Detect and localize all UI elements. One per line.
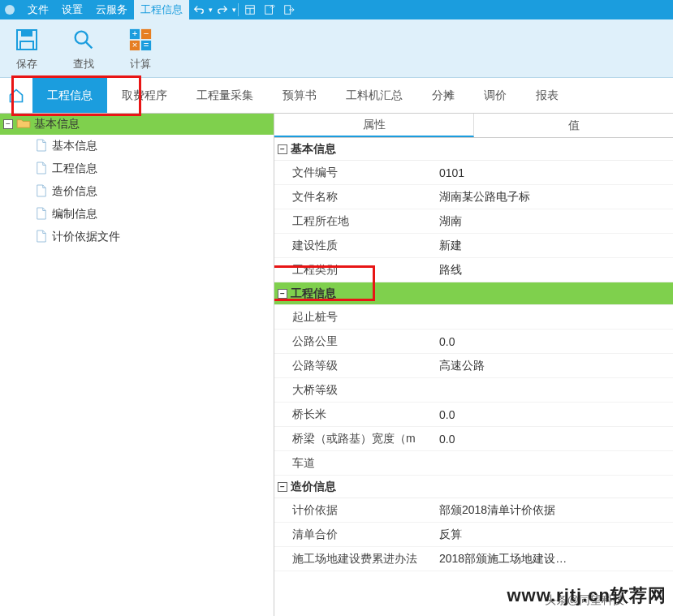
svg-text:−: − bbox=[144, 28, 149, 38]
property-row[interactable]: 文件编号0101 bbox=[274, 161, 673, 185]
menubar: 文件 设置 云服务 工程信息 ▾ ▾ bbox=[0, 0, 673, 19]
svg-text:×: × bbox=[132, 40, 138, 50]
tab-budget[interactable]: 预算书 bbox=[268, 78, 331, 113]
file-icon bbox=[36, 230, 47, 245]
property-name: 工程所在地 bbox=[274, 214, 433, 229]
property-row[interactable]: 公路等级高速公路 bbox=[274, 354, 673, 378]
property-value[interactable]: 湖南某公路电子标 bbox=[433, 190, 673, 205]
collapse-icon[interactable]: − bbox=[278, 289, 287, 299]
property-value[interactable]: 反算 bbox=[433, 528, 673, 542]
edit-icon[interactable] bbox=[260, 0, 279, 19]
property-name: 大桥等级 bbox=[274, 383, 433, 398]
tree-item[interactable]: 计价依据文件 bbox=[0, 226, 274, 248]
menu-project-info[interactable]: 工程信息 bbox=[134, 0, 189, 19]
svg-text:=: = bbox=[144, 40, 149, 50]
property-value[interactable]: 路线 bbox=[433, 263, 673, 278]
property-row[interactable]: 计价依据部颁2018清单计价依据 bbox=[274, 498, 673, 523]
calculator-icon[interactable] bbox=[240, 0, 260, 19]
property-name: 建设性质 bbox=[274, 239, 433, 253]
col-attribute[interactable]: 属性 bbox=[274, 114, 474, 137]
exit-icon[interactable] bbox=[279, 0, 299, 19]
group-row[interactable]: −基本信息 bbox=[274, 138, 673, 161]
group-row[interactable]: −工程信息 bbox=[274, 282, 673, 305]
property-value[interactable]: 高速公路 bbox=[433, 359, 673, 373]
property-value[interactable]: 湖南 bbox=[433, 214, 673, 229]
property-row[interactable]: 清单合价反算 bbox=[274, 523, 673, 547]
tree-root[interactable]: − 基本信息 bbox=[0, 114, 274, 135]
search-icon bbox=[70, 26, 97, 54]
property-value[interactable]: 0.0 bbox=[433, 433, 673, 446]
col-value[interactable]: 值 bbox=[474, 114, 673, 137]
collapse-icon[interactable]: − bbox=[278, 482, 287, 492]
file-icon bbox=[36, 207, 47, 222]
tab-report[interactable]: 报表 bbox=[521, 78, 573, 113]
tab-fee-program[interactable]: 取费程序 bbox=[107, 78, 182, 113]
property-row[interactable]: 桥梁（或路基）宽度（m0.0 bbox=[274, 427, 673, 451]
save-button[interactable]: 保存 bbox=[8, 23, 45, 75]
tree-panel: − 基本信息 基本信息工程信息造价信息编制信息计价依据文件 bbox=[0, 114, 274, 616]
property-name: 计价依据 bbox=[274, 503, 433, 518]
property-row[interactable]: 建设性质新建 bbox=[274, 234, 673, 258]
search-button[interactable]: 查找 bbox=[65, 23, 102, 75]
svg-rect-8 bbox=[20, 41, 33, 50]
property-name: 起止桩号 bbox=[274, 310, 433, 325]
tab-project-info[interactable]: 工程信息 bbox=[32, 78, 107, 113]
tree-item[interactable]: 基本信息 bbox=[0, 135, 274, 157]
nav-tabs: 工程信息 取费程序 工程量采集 预算书 工料机汇总 分摊 调价 报表 bbox=[0, 78, 673, 114]
tab-quantity[interactable]: 工程量采集 bbox=[182, 78, 268, 113]
undo-button[interactable] bbox=[189, 0, 209, 19]
search-label: 查找 bbox=[73, 57, 94, 71]
tree-root-label: 基本信息 bbox=[34, 117, 80, 131]
tree-item[interactable]: 工程信息 bbox=[0, 157, 274, 180]
menu-file[interactable]: 文件 bbox=[21, 0, 55, 19]
svg-point-9 bbox=[75, 31, 88, 43]
svg-line-10 bbox=[86, 41, 93, 48]
calc-label: 计算 bbox=[130, 57, 151, 71]
property-name: 公路等级 bbox=[274, 359, 433, 373]
tab-material[interactable]: 工料机汇总 bbox=[331, 78, 417, 113]
redo-button[interactable] bbox=[213, 0, 232, 19]
menu-settings[interactable]: 设置 bbox=[55, 0, 89, 19]
property-row[interactable]: 大桥等级 bbox=[274, 378, 673, 403]
property-row[interactable]: 桥长米0.0 bbox=[274, 403, 673, 427]
group-row[interactable]: −造价信息 bbox=[274, 476, 673, 498]
property-row[interactable]: 公路公里0.0 bbox=[274, 330, 673, 354]
property-name: 公路公里 bbox=[274, 334, 433, 349]
group-label: 基本信息 bbox=[291, 142, 336, 157]
tree-item-label: 基本信息 bbox=[52, 139, 97, 153]
property-row[interactable]: 车道 bbox=[274, 451, 673, 476]
property-value[interactable]: 新建 bbox=[433, 239, 673, 253]
property-row[interactable]: 文件名称湖南某公路电子标 bbox=[274, 185, 673, 209]
calc-button[interactable]: + − × = 计算 bbox=[122, 23, 159, 75]
tab-price-adjust[interactable]: 调价 bbox=[469, 78, 521, 113]
property-value[interactable]: 0101 bbox=[433, 166, 673, 179]
tree-item[interactable]: 编制信息 bbox=[0, 203, 274, 226]
menu-cloud[interactable]: 云服务 bbox=[89, 0, 134, 19]
property-row[interactable]: 起止桩号 bbox=[274, 305, 673, 330]
property-row[interactable]: 工程类别路线 bbox=[274, 258, 673, 282]
property-panel: 属性 值 −基本信息文件编号0101文件名称湖南某公路电子标工程所在地湖南建设性… bbox=[274, 114, 673, 616]
save-icon bbox=[13, 26, 41, 54]
collapse-icon[interactable]: − bbox=[278, 144, 287, 154]
svg-text:+: + bbox=[132, 28, 138, 38]
tree-item[interactable]: 造价信息 bbox=[0, 180, 274, 203]
home-tab[interactable] bbox=[0, 78, 32, 113]
tree-item-label: 造价信息 bbox=[52, 184, 97, 199]
calc-icon: + − × = bbox=[127, 26, 154, 54]
collapse-icon[interactable]: − bbox=[3, 119, 13, 129]
property-value[interactable]: 0.0 bbox=[433, 335, 673, 348]
property-row[interactable]: 工程所在地湖南 bbox=[274, 209, 673, 234]
tab-allocation[interactable]: 分摊 bbox=[417, 78, 469, 113]
property-name: 施工场地建设费累进办法 bbox=[274, 552, 433, 566]
property-value[interactable]: 2018部颁施工场地建设… bbox=[433, 552, 673, 566]
group-label: 工程信息 bbox=[291, 286, 336, 301]
property-value[interactable]: 部颁2018清单计价依据 bbox=[433, 503, 673, 518]
file-icon bbox=[36, 184, 47, 200]
save-label: 保存 bbox=[16, 57, 37, 71]
group-label: 造价信息 bbox=[291, 480, 336, 494]
property-name: 桥长米 bbox=[274, 407, 433, 422]
tree-item-label: 计价依据文件 bbox=[52, 230, 120, 244]
property-value[interactable]: 0.0 bbox=[433, 408, 673, 421]
app-icon bbox=[3, 3, 16, 16]
property-row[interactable]: 施工场地建设费累进办法2018部颁施工场地建设… bbox=[274, 547, 673, 571]
